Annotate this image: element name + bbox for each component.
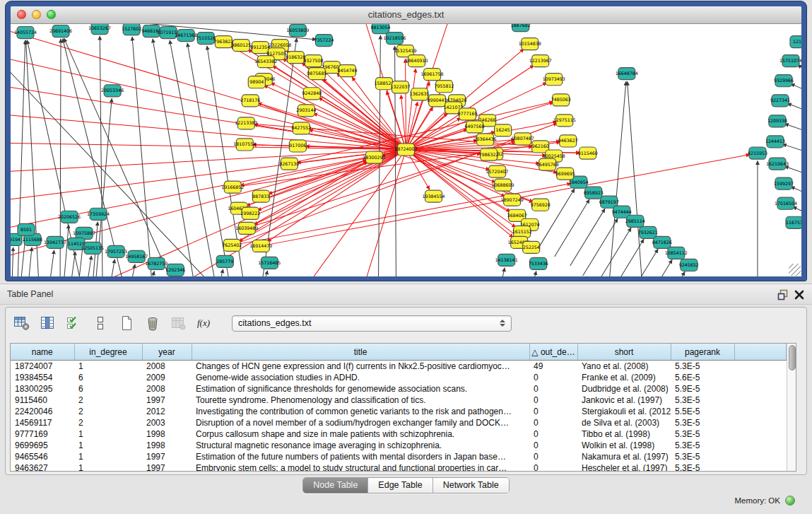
red-edge[interactable] bbox=[406, 102, 418, 150]
graph-node[interactable]: 16782759 bbox=[145, 257, 167, 269]
table-cell[interactable]: 5.3E-5 bbox=[671, 440, 734, 451]
graph-node[interactable]: 20364436 bbox=[474, 134, 497, 146]
black-edge[interactable] bbox=[219, 269, 223, 276]
graph-node[interactable]: 8471826 bbox=[652, 236, 672, 248]
table-cell[interactable]: Embryonic stem cells: a model to study s… bbox=[192, 462, 529, 472]
red-edge[interactable] bbox=[254, 149, 406, 224]
table-cell[interactable]: 0 bbox=[529, 372, 577, 383]
table-cell[interactable]: Tourette syndrome. Phenomenology and cla… bbox=[192, 395, 529, 406]
table-cell[interactable]: 2009 bbox=[142, 372, 192, 383]
tab-network-table[interactable]: Network Table bbox=[433, 478, 509, 493]
graph-node[interactable]: 15751074 bbox=[779, 55, 801, 67]
black-edge[interactable] bbox=[49, 250, 54, 276]
graph-node[interactable]: 8958923 bbox=[584, 187, 604, 199]
table-cell[interactable]: 5.3E-5 bbox=[671, 451, 734, 462]
graph-node[interactable]: 10807487 bbox=[512, 133, 534, 145]
graph-node[interactable]: 16245 bbox=[495, 124, 512, 136]
graph-node[interactable]: 252254 bbox=[523, 241, 540, 253]
table-row[interactable]: 946362711997Embryonic stem cells: a mode… bbox=[11, 462, 786, 472]
table-cell[interactable]: 49 bbox=[529, 361, 577, 373]
table-cell[interactable]: 9777169 bbox=[11, 428, 74, 440]
black-edge[interactable] bbox=[533, 271, 536, 276]
table-cell[interactable]: 1 bbox=[74, 361, 142, 373]
graph-node[interactable]: 1527602 bbox=[122, 24, 141, 35]
table-cell[interactable]: Structural magnetic resonance image aver… bbox=[192, 440, 529, 451]
black-edge[interactable] bbox=[71, 252, 76, 276]
table-cell[interactable]: Estimation of significance thresholds fo… bbox=[192, 383, 529, 395]
black-edge[interactable] bbox=[153, 39, 194, 276]
table-cell[interactable]: Nakamura et al. (1997) bbox=[577, 451, 671, 462]
graph-node[interactable]: 1244413 bbox=[765, 136, 785, 148]
graph-node[interactable]: 6497568 bbox=[465, 121, 485, 133]
table-row[interactable]: 1456911722003Disruption of a novel membe… bbox=[11, 417, 786, 428]
table-row[interactable]: 911546021997Tourette syndrome. Phenomeno… bbox=[11, 395, 786, 406]
table-cell[interactable]: Corpus callosum shape and size in male p… bbox=[192, 428, 529, 440]
black-edge[interactable] bbox=[787, 103, 801, 112]
delete-table-icon[interactable] bbox=[143, 314, 162, 332]
graph-node[interactable]: 12213383 bbox=[235, 117, 257, 129]
graph-node[interactable]: 18300295 bbox=[363, 151, 385, 163]
graph-node[interactable]: 1887682 bbox=[511, 24, 531, 32]
graph-node[interactable]: 9245652 bbox=[679, 259, 699, 271]
table-cell[interactable]: 0 bbox=[529, 417, 577, 428]
graph-node[interactable]: 14055724 bbox=[14, 27, 37, 39]
table-row[interactable]: 946554611997Estimation of the future num… bbox=[11, 451, 786, 462]
create-table-icon[interactable] bbox=[117, 314, 136, 332]
select-columns-icon[interactable] bbox=[39, 314, 57, 332]
table-cell[interactable]: 1998 bbox=[142, 440, 192, 451]
graph-node[interactable]: 16648784 bbox=[616, 68, 638, 80]
graph-node[interactable]: 14671368 bbox=[175, 30, 197, 42]
graph-node[interactable]: 10154838 bbox=[519, 38, 541, 50]
graph-node[interactable]: 887833 bbox=[252, 190, 269, 202]
graph-node[interactable]: 20691406 bbox=[49, 25, 72, 37]
graph-node[interactable]: 8813054 bbox=[370, 24, 390, 34]
graph-node[interactable]: 19166852 bbox=[221, 181, 244, 193]
table-cell[interactable]: 2003 bbox=[142, 417, 192, 428]
graph-node[interactable]: 19218506 bbox=[383, 33, 406, 45]
table-cell[interactable]: Tibbo et al. (1998) bbox=[577, 428, 671, 440]
table-cell[interactable]: 0 bbox=[529, 406, 577, 417]
column-header-short[interactable]: short bbox=[577, 344, 671, 361]
table-cell[interactable]: 0 bbox=[529, 451, 577, 462]
table-row[interactable]: 1872400712008Changes of HCN gene express… bbox=[11, 361, 786, 373]
graph-node[interactable]: 18907249 bbox=[501, 194, 524, 206]
table-cell[interactable]: 5.3E-5 bbox=[671, 395, 734, 406]
table-cell[interactable]: 1 bbox=[74, 451, 142, 462]
table-cell[interactable]: 22420046 bbox=[11, 406, 74, 417]
graph-node[interactable]: 10653267 bbox=[88, 24, 111, 35]
table-settings-icon[interactable] bbox=[13, 314, 31, 332]
graph-node[interactable]: 8427552 bbox=[291, 122, 311, 134]
graph-node[interactable]: 14138141 bbox=[495, 254, 518, 266]
table-cell[interactable]: 18724007 bbox=[11, 361, 74, 373]
graph-node[interactable]: 7533436 bbox=[529, 257, 548, 269]
red-edge[interactable] bbox=[406, 69, 416, 149]
graph-node[interactable]: 9463627 bbox=[558, 135, 578, 147]
graph-node[interactable]: 16495768 bbox=[536, 158, 559, 170]
table-cell[interactable]: 6 bbox=[74, 383, 142, 395]
tab-edge-table[interactable]: Edge Table bbox=[368, 478, 433, 493]
table-cell[interactable]: Hescheler et al. (1997) bbox=[577, 462, 671, 472]
table-cell[interactable]: 5.3E-5 bbox=[671, 417, 734, 428]
graph-node[interactable]: 18640910 bbox=[405, 55, 428, 67]
minimize-window-icon[interactable] bbox=[32, 10, 41, 19]
black-edge[interactable] bbox=[784, 124, 801, 132]
graph-node[interactable]: 12505135 bbox=[81, 242, 104, 254]
table-cell[interactable]: 5.5E-5 bbox=[671, 406, 734, 417]
column-header-in_degree[interactable]: in_degree bbox=[74, 344, 142, 361]
table-row[interactable]: 977716911998Corpus callosum shape and si… bbox=[11, 428, 786, 440]
table-cell[interactable]: 18300295 bbox=[11, 383, 74, 395]
black-edge[interactable] bbox=[28, 247, 32, 276]
network-graph[interactable]: 1872400718300295140557242069140610653267… bbox=[11, 24, 801, 276]
graph-node[interactable]: 7625402 bbox=[222, 239, 242, 251]
table-cell[interactable]: Disruption of a novel member of a sodium… bbox=[192, 417, 529, 428]
table-cell[interactable]: Estimation of the future numbers of pati… bbox=[192, 451, 529, 462]
table-cell[interactable]: 2012 bbox=[142, 406, 192, 417]
float-panel-icon[interactable] bbox=[777, 289, 789, 300]
graph-node[interactable]: 20206526 bbox=[58, 211, 81, 223]
graph-node[interactable]: 8454749 bbox=[337, 65, 357, 77]
graph-node[interactable]: 19384554 bbox=[423, 190, 445, 202]
graph-node[interactable]: 7515526 bbox=[196, 33, 216, 45]
black-edge[interactable] bbox=[570, 209, 605, 266]
table-cell[interactable]: 2008 bbox=[142, 383, 192, 395]
graph-node[interactable]: 8215953 bbox=[748, 147, 767, 159]
